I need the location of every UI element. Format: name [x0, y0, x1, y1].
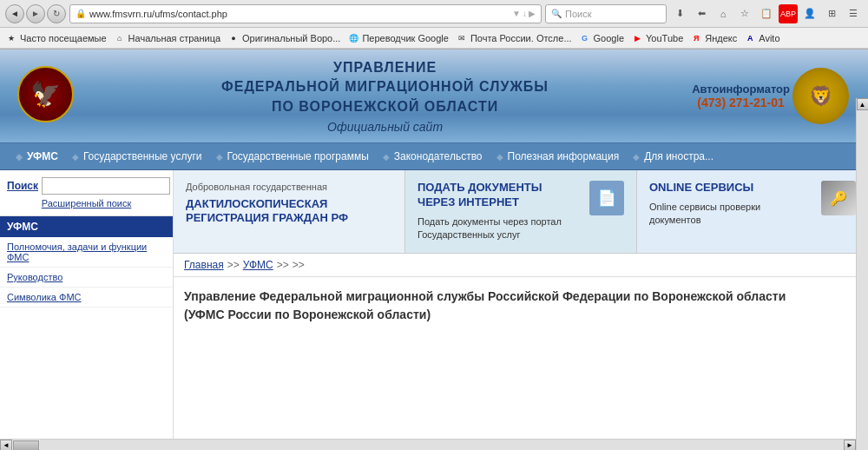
- nav-ufms-label: УФМС: [27, 150, 58, 162]
- breadcrumb-arrow-1: >>: [227, 259, 240, 271]
- search-label[interactable]: Поиск: [7, 180, 38, 192]
- bookmark-yandex-label: Яндекс: [705, 33, 737, 43]
- autoinformator-label: Автоинформатор: [692, 83, 790, 96]
- breadcrumb-ufms[interactable]: УФМС: [243, 259, 273, 271]
- scrollbar-right[interactable]: ▲ ▼: [856, 98, 868, 450]
- breadcrumb-arrow-3: >>: [293, 259, 305, 271]
- header-right-info: Автоинформатор (473) 271-21-01: [692, 83, 790, 109]
- service-card-submit[interactable]: ПОДАТЬ ДОКУМЕНТЫ ЧЕРЕЗ ИНТЕРНЕТ Подать д…: [405, 170, 637, 253]
- content-area: Добровольная государственная ДАКТИЛОСКОП…: [174, 170, 868, 450]
- download-icon[interactable]: ⬇: [670, 4, 689, 23]
- service-card-dactyl[interactable]: Добровольная государственная ДАКТИЛОСКОП…: [174, 170, 405, 253]
- bookmark-home-label: Начальная страница: [128, 33, 220, 43]
- main-title: Управление Федеральной миграционной служ…: [184, 288, 858, 324]
- nav-item-state-programs[interactable]: ◆ Государственные программы: [209, 143, 376, 169]
- nav-item-state-services[interactable]: ◆ Государственные услуги: [65, 143, 209, 169]
- sidebar-item-powers[interactable]: Полномочия, задачи и функции ФМС: [0, 237, 173, 268]
- main-content: Управление Федеральной миграционной служ…: [174, 277, 868, 334]
- scroll-left-button[interactable]: ◄: [0, 440, 12, 451]
- search-section: Поиск 🔍 Расширенный поиск: [0, 170, 173, 216]
- site-header: 🦅 УПРАВЛЕНИЕ ФЕДЕРАЛЬНОЙ МИГРАЦИОННОЙ СЛ…: [0, 50, 868, 142]
- main-title-text: Управление Федеральной миграционной служ…: [184, 289, 786, 303]
- history-icon[interactable]: 📋: [757, 4, 776, 23]
- menu-icon[interactable]: ☰: [844, 4, 863, 23]
- logo-right: 🦁: [790, 66, 851, 127]
- bookmark-google[interactable]: G Google: [579, 32, 624, 44]
- nav-arrow-6: ◆: [633, 152, 640, 162]
- dactyl-title: ДАКТИЛОСКОПИЧЕСКАЯ РЕГИСТРАЦИЯ ГРАЖДАН Р…: [186, 197, 392, 227]
- nav-arrow-5: ◆: [496, 152, 503, 162]
- header-left: 🦅: [17, 66, 78, 127]
- nav-arrow-3: ◆: [216, 152, 223, 162]
- sidebar-item-management[interactable]: Руководство: [0, 268, 173, 288]
- adblock-icon[interactable]: ABP: [779, 4, 798, 23]
- autoinformator-phone: (473) 271-21-01: [692, 96, 790, 109]
- online-card-inline: ONLINE СЕРВИСЫ Online сервисы проверки д…: [649, 181, 856, 228]
- main-subtitle-text: (УФМС России по Воронежской области): [184, 308, 431, 321]
- knife-icon: 🔑: [830, 190, 847, 207]
- scroll-thumb-h[interactable]: [13, 440, 39, 451]
- submit-card-inline: ПОДАТЬ ДОКУМЕНТЫ ЧЕРЕЗ ИНТЕРНЕТ Подать д…: [418, 181, 624, 242]
- lion-icon: 🦁: [809, 85, 832, 108]
- scroll-up-button[interactable]: ▲: [857, 98, 869, 110]
- service-card-online[interactable]: ONLINE СЕРВИСЫ Online сервисы проверки д…: [637, 170, 868, 253]
- sidebar: Поиск 🔍 Расширенный поиск УФМС Полномочи…: [0, 170, 174, 450]
- home-icon[interactable]: ⌂: [713, 4, 733, 23]
- back-button[interactable]: ◄: [5, 4, 24, 23]
- refresh-button[interactable]: ↻: [47, 4, 66, 23]
- address-text: www.fmsvrn.ru/ufms/contact.php: [89, 9, 227, 19]
- nav-useful-label: Полезная информация: [508, 150, 620, 162]
- home-bookmark-icon: ⌂: [114, 32, 126, 44]
- advanced-search-link[interactable]: Расширенный поиск: [7, 198, 166, 208]
- bookmark-frequent-label: Часто посещаемые: [20, 33, 107, 43]
- user-icon[interactable]: 👤: [800, 4, 819, 23]
- bookmark-mail-label: Почта России. Отсле...: [470, 33, 572, 43]
- star-icon[interactable]: ☆: [735, 4, 754, 23]
- main-layout: Поиск 🔍 Расширенный поиск УФМС Полномочи…: [0, 170, 868, 450]
- browser-search-bar[interactable]: 🔍 Поиск: [545, 4, 667, 23]
- bookmark-youtube-label: YouTube: [646, 33, 683, 43]
- grid-icon[interactable]: ⊞: [822, 4, 841, 23]
- bookmark-orig-label: Оригинальный Воро...: [242, 33, 340, 43]
- nav-foreign-label: Для иностра...: [644, 150, 713, 162]
- nav-arrow-1: ◆: [16, 152, 23, 162]
- mail-icon: ✉: [456, 32, 468, 44]
- sidebar-item-symbols[interactable]: Символика ФМС: [0, 288, 173, 308]
- online-text: Online сервисы проверки документов: [649, 201, 814, 228]
- breadcrumb-home[interactable]: Главная: [184, 259, 224, 271]
- forward-button[interactable]: ►: [26, 4, 45, 23]
- online-title: ONLINE СЕРВИСЫ: [649, 181, 814, 195]
- search-input[interactable]: [42, 177, 170, 195]
- nav-item-foreign[interactable]: ◆ Для иностра...: [626, 143, 720, 169]
- bookmark-mail[interactable]: ✉ Почта России. Отсле...: [456, 32, 572, 44]
- online-image: 🔑: [821, 181, 856, 215]
- address-bar[interactable]: 🔒 www.fmsvrn.ru/ufms/contact.php ▼ ↓ ▶: [69, 4, 542, 23]
- bookmark-home[interactable]: ⌂ Начальная страница: [114, 32, 220, 44]
- bookmark-avito[interactable]: A Avito: [744, 32, 779, 44]
- bookmark-avito-label: Avito: [759, 33, 779, 43]
- site-subtitle: Официальный сайт: [95, 120, 674, 134]
- nav-item-legislation[interactable]: ◆ Законодательство: [376, 143, 490, 169]
- bookmark-yandex[interactable]: Я Яндекс: [690, 32, 737, 44]
- bookmark-translate[interactable]: 🌐 Переводчик Google: [347, 32, 449, 44]
- google-icon: G: [579, 32, 591, 44]
- breadcrumb: Главная >> УФМС >> >>: [174, 254, 868, 277]
- submit-title: ПОДАТЬ ДОКУМЕНТЫ ЧЕРЕЗ ИНТЕРНЕТ: [418, 181, 582, 210]
- search-row: Поиск 🔍: [7, 177, 166, 195]
- bookmark-orig[interactable]: ● Оригинальный Воро...: [227, 32, 340, 44]
- scroll-right-button[interactable]: ►: [844, 440, 856, 451]
- title-line2: ФЕДЕРАЛЬНОЙ МИГРАЦИОННОЙ СЛУЖБЫ: [221, 79, 549, 94]
- toolbar-icons: ⬇ ⬅ ⌂ ☆ 📋 ABP 👤 ⊞ ☰: [670, 4, 863, 23]
- bookmark-frequent[interactable]: ★ Часто посещаемые: [5, 32, 107, 44]
- page-content: 🦅 УПРАВЛЕНИЕ ФЕДЕРАЛЬНОЙ МИГРАЦИОННОЙ СЛ…: [0, 50, 868, 450]
- dactyl-small-label: Добровольная государственная: [186, 181, 392, 194]
- yandex-icon: Я: [690, 32, 702, 44]
- scrollbar-bottom[interactable]: ◄ ►: [0, 439, 856, 450]
- nav-item-ufms[interactable]: ◆ УФМС: [9, 143, 65, 169]
- nav-bar: ◆ УФМС ◆ Государственные услуги ◆ Госуда…: [0, 142, 868, 170]
- header-center: УПРАВЛЕНИЕ ФЕДЕРАЛЬНОЙ МИГРАЦИОННОЙ СЛУЖ…: [78, 58, 692, 134]
- nav-arrow-2: ◆: [72, 152, 79, 162]
- bookmark-youtube[interactable]: ▶ YouTube: [631, 32, 683, 44]
- nav-item-useful[interactable]: ◆ Полезная информация: [490, 143, 627, 169]
- bookmark-icon[interactable]: ⬅: [692, 4, 711, 23]
